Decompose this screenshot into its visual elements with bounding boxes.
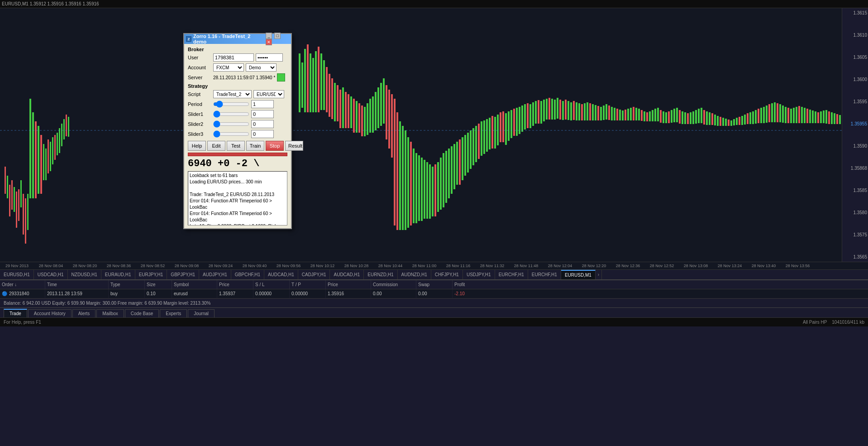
tab-code-base[interactable]: Code Base	[125, 309, 159, 317]
sym-tab-cadjpyh1[interactable]: CADJPY,H1	[298, 270, 330, 279]
col-current-price[interactable]: Price	[326, 280, 371, 289]
pair-select[interactable]: EUR/USD	[253, 90, 284, 98]
svg-rect-151	[630, 108, 632, 120]
zorro-log[interactable]: Lookback set to 61 bars Loading EUR/USD …	[188, 171, 287, 225]
sym-tab-eurusdm1[interactable]: EURUSD,M1	[561, 270, 596, 279]
help-button[interactable]: Help	[188, 141, 206, 151]
result-button[interactable]: Result	[285, 141, 303, 151]
tab-journal[interactable]: Journal	[188, 309, 215, 317]
svg-rect-204	[774, 102, 776, 122]
svg-rect-34	[312, 58, 314, 112]
col-order[interactable]: Order ↓	[0, 280, 45, 289]
svg-rect-202	[768, 104, 770, 122]
slider2-value[interactable]	[251, 120, 274, 128]
test-button[interactable]: Test	[227, 141, 245, 151]
train-button[interactable]: Train	[246, 141, 264, 151]
sym-tab-euraudh1[interactable]: EURAUD,H1	[101, 270, 135, 279]
sym-tab-usdcadh1[interactable]: USDCAD,H1	[34, 270, 68, 279]
svg-rect-218	[812, 110, 814, 123]
svg-rect-14	[35, 121, 37, 198]
bottom-tabs: Trade Account History Alerts Mailbox Cod…	[0, 307, 868, 317]
log-line: Error 014: Function ATR Timeperiod 60 > …	[189, 198, 286, 211]
svg-rect-156	[644, 111, 645, 121]
tab-account-history[interactable]: Account History	[28, 309, 72, 317]
time-label: 28 Nov 09:24	[204, 264, 238, 268]
col-price[interactable]: Price	[217, 280, 253, 289]
sym-tab-gbpchfh1[interactable]: GBPCHF,H1	[231, 270, 264, 279]
slider3[interactable]	[213, 131, 249, 137]
user-id-input[interactable]	[213, 53, 254, 62]
col-sl[interactable]: S / L	[253, 280, 290, 289]
tab-scroll-right[interactable]: ›	[596, 270, 602, 279]
svg-rect-140	[600, 107, 602, 120]
svg-rect-157	[646, 112, 648, 121]
col-swap[interactable]: Swap	[416, 280, 453, 289]
zorro-titlebar[interactable]: Z Zorro 1.16 - TradeTest_2 demo _ □ ✕	[184, 34, 291, 44]
action-buttons: Help Edit Test Train Stop Result	[188, 141, 287, 151]
svg-rect-118	[540, 101, 542, 124]
col-commission[interactable]: Commission	[371, 280, 416, 289]
broker-select[interactable]: FXCM	[213, 63, 244, 72]
stop-button[interactable]: Stop	[266, 141, 284, 151]
sym-tab-eurnzdh1[interactable]: EURNZD,H1	[364, 270, 397, 279]
tab-trade[interactable]: Trade	[4, 309, 27, 317]
time-label: 28 Nov 13:56	[781, 264, 815, 268]
mode-select[interactable]: Demo Live	[246, 63, 277, 72]
tab-alerts[interactable]: Alerts	[72, 309, 96, 317]
sym-tab-audcadh1[interactable]: AUDCAD,H1	[264, 270, 298, 279]
svg-rect-92	[470, 130, 472, 169]
svg-rect-68	[405, 130, 406, 230]
col-profit[interactable]: Profit	[453, 280, 489, 289]
col-tp[interactable]: T / P	[290, 280, 326, 289]
sym-tab-gbpjpyh1[interactable]: GBPJPY,H1	[167, 270, 199, 279]
slider1-value[interactable]	[251, 110, 274, 118]
svg-rect-39	[326, 67, 328, 112]
slider2[interactable]	[213, 121, 249, 127]
svg-rect-209	[787, 108, 789, 123]
sym-tab-audjpyh1[interactable]: AUDJPY,H1	[199, 270, 231, 279]
svg-rect-86	[453, 144, 455, 189]
svg-rect-20	[50, 142, 51, 171]
chart-title: EURUSD,M1 1.35912 1.35916 1.35916 1.3591…	[2, 1, 99, 6]
svg-rect-38	[323, 60, 325, 110]
slider1[interactable]	[213, 111, 249, 117]
svg-rect-213	[798, 106, 800, 123]
status-bar: For Help, press F1 All Pairs HP 1041016/…	[0, 317, 868, 326]
col-time[interactable]: Time	[45, 280, 109, 289]
cell-sl: 0.00000	[253, 289, 290, 298]
sym-tab-chfjpyh1[interactable]: CHFJPY,H1	[431, 270, 463, 279]
period-slider[interactable]	[213, 101, 249, 107]
period-value[interactable]	[251, 100, 274, 108]
user-pw-input[interactable]	[256, 53, 283, 62]
tab-experts[interactable]: Experts	[160, 309, 187, 317]
chart-svg	[0, 8, 842, 262]
restore-button[interactable]: □	[274, 33, 281, 39]
svg-rect-80	[437, 162, 439, 212]
time-label: 28 Nov 13:40	[747, 264, 781, 268]
sym-tab-audnzdh1[interactable]: AUDNZD,H1	[398, 270, 431, 279]
close-button[interactable]: ✕	[266, 39, 272, 45]
tab-mailbox[interactable]: Mailbox	[96, 309, 124, 317]
price-label: 1.3600	[843, 77, 867, 82]
col-size[interactable]: Size	[145, 280, 172, 289]
sym-tab-eurchfh1[interactable]: EURCHF,H1	[495, 270, 528, 279]
svg-rect-178	[703, 110, 705, 125]
sym-tab-usdjpyh1[interactable]: USDJPY,H1	[463, 270, 495, 279]
sym-tab-nzdusdh1[interactable]: NZDUSD,H1	[68, 270, 101, 279]
slider3-value[interactable]	[251, 130, 274, 138]
sym-tab-audcad2h1[interactable]: AUDCAD,H1	[330, 270, 364, 279]
sym-tab-eurjpyh1[interactable]: EURJPY,H1	[135, 270, 167, 279]
svg-rect-154	[638, 109, 640, 120]
svg-rect-74	[421, 158, 423, 221]
sym-tab-eurusdh1[interactable]: EURUSD,H1	[0, 270, 34, 279]
svg-rect-150	[627, 109, 629, 120]
col-symbol[interactable]: Symbol	[172, 280, 217, 289]
col-type[interactable]: Type	[109, 280, 145, 289]
svg-rect-217	[809, 110, 811, 123]
script-select[interactable]: TradeTest_2	[213, 90, 252, 98]
svg-rect-9	[23, 194, 24, 235]
sym-tab-eurchf2h1[interactable]: EURCHF,H1	[528, 270, 561, 279]
edit-button[interactable]: Edit	[207, 141, 225, 151]
minimize-button[interactable]: _	[266, 33, 272, 39]
status-right: All Pairs HP 1041016/411 kb	[803, 320, 864, 325]
